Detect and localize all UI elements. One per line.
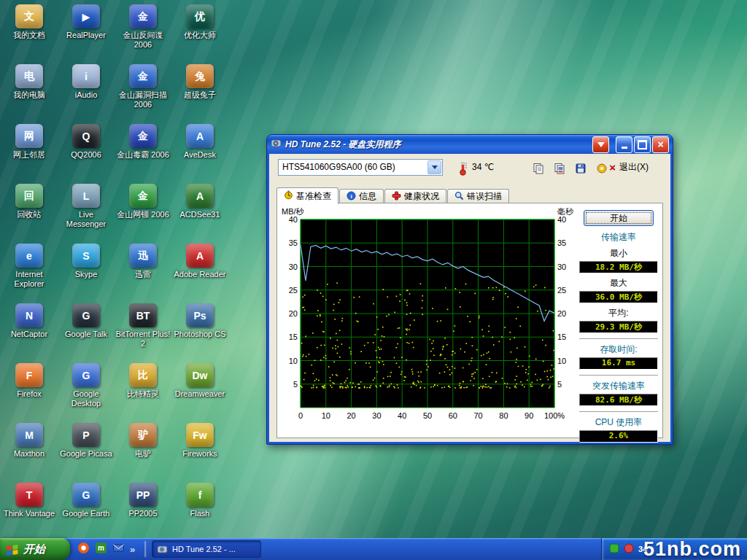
svg-text:35: 35: [289, 238, 298, 247]
desktop-icon-34[interactable]: DwDreamweaver: [172, 363, 228, 399]
desktop-icon-label: Think Vantage: [1, 509, 57, 518]
desktop-icon-12[interactable]: QQQ2006: [58, 124, 114, 160]
quick-launch: m »: [74, 538, 138, 560]
combo-dropdown-arrow-icon[interactable]: [427, 160, 441, 174]
desktop-icon-label: Skype: [58, 270, 114, 279]
drive-selector[interactable]: HTS541060G9SA00 (60 GB): [278, 159, 443, 176]
app-icon: 网: [15, 124, 43, 148]
desktop-icon-label: PP2005: [115, 509, 171, 518]
desktop-icon-1[interactable]: 文我的文档: [1, 4, 57, 40]
results-panel: 开始 传输速率 最小 18.2 MB/秒 最大 36.0 MB/秒 平均: 29…: [578, 206, 659, 443]
copy-image-button[interactable]: [550, 159, 568, 177]
desktop-icon-33[interactable]: PsPhotoshop CS: [172, 303, 228, 339]
svg-text:20: 20: [289, 309, 298, 318]
desktop-icon-32[interactable]: AAdobe Reader: [172, 244, 228, 279]
window-body: HTS541060G9SA00 (60 GB) 34 ℃: [269, 154, 670, 442]
app-icon: 金: [129, 4, 157, 28]
desktop-icon-35[interactable]: FwFireworks: [172, 423, 228, 459]
desktop-icon-31[interactable]: AACDSee31: [172, 184, 228, 219]
desktop-icon-label: Fireworks: [172, 449, 228, 459]
start-benchmark-button[interactable]: 开始: [584, 210, 654, 226]
min-label: 最小: [578, 247, 659, 260]
desktop-icon-17[interactable]: PGoogle Picasa: [58, 423, 114, 459]
desktop-icon-label: Adobe Reader: [172, 270, 228, 279]
svg-text:30: 30: [372, 411, 381, 420]
access-time-label: 存取时间:: [578, 343, 659, 356]
desktop-icon-28[interactable]: 优优化大师: [172, 4, 228, 40]
desktop-icon-9[interactable]: TThink Vantage: [1, 483, 57, 518]
tab-health[interactable]: 健康状况: [384, 189, 446, 203]
tab-info[interactable]: i信息: [339, 189, 384, 203]
app-icon: A: [186, 244, 214, 268]
app-icon: G: [72, 363, 100, 387]
save-button[interactable]: [571, 159, 589, 177]
desktop-icon-10[interactable]: ▶RealPlayer: [58, 4, 114, 40]
desktop-icon-24[interactable]: BTBitTorrent Plus! 2: [115, 303, 171, 348]
exit-button[interactable]: × 退出(X): [609, 161, 649, 174]
desktop-icon-23[interactable]: 迅迅雷: [115, 244, 171, 279]
thermometer-icon: [459, 160, 468, 178]
app-icon: L: [72, 184, 100, 208]
temperature-readout: 34 ℃: [472, 162, 494, 172]
desktop-icon-11[interactable]: iiAudio: [58, 64, 114, 100]
desktop-icon-14[interactable]: SSkype: [58, 244, 114, 279]
desktop-icon-21[interactable]: 金金山毒霸 2006: [115, 124, 171, 160]
quick-launch-icon-1[interactable]: [77, 542, 90, 556]
desktop-icon-26[interactable]: 驴电驴: [115, 423, 171, 459]
svg-text:0: 0: [298, 411, 303, 420]
taskbar: 开始 m » HD Tune 2.52 - ... 34: [0, 538, 747, 560]
tab-benchmark[interactable]: 基准检查: [276, 187, 338, 204]
quick-launch-icon-3[interactable]: [112, 542, 125, 556]
tray-icon-1[interactable]: [609, 543, 619, 556]
desktop-icon-18[interactable]: GGoogle Earth: [58, 483, 114, 518]
desktop-icon-29[interactable]: 兔超级兔子: [172, 64, 228, 100]
desktop-icon-20[interactable]: 金金山漏洞扫描 2006: [115, 64, 171, 109]
exit-label: 退出(X): [619, 161, 649, 174]
svg-text:35: 35: [557, 238, 566, 247]
desktop-icon-25[interactable]: 比比特精灵: [115, 363, 171, 399]
desktop-icon-13[interactable]: LLive Messenger: [58, 184, 114, 228]
tab-scan[interactable]: 错误扫描: [447, 189, 509, 203]
window-titlebar[interactable]: HD Tune 2.52 - 硬盘实用程序 ×: [267, 135, 673, 154]
tray-icon-2[interactable]: [624, 543, 634, 556]
update-arrow-button[interactable]: [592, 136, 609, 153]
svg-text:10: 10: [557, 357, 566, 365]
scan-icon: [454, 191, 464, 203]
minimize-button[interactable]: [616, 136, 632, 153]
desktop-icon-4[interactable]: 回回收站: [1, 184, 57, 219]
desktop-icon-label: Google Desktop: [58, 389, 114, 408]
desktop-icon-5[interactable]: eInternet Explorer: [1, 244, 57, 288]
app-icon: Ps: [186, 303, 214, 327]
start-button[interactable]: 开始: [0, 538, 70, 560]
desktop-icon-16[interactable]: GGoogle Desktop: [58, 363, 114, 408]
desktop-icon-label: Google Picasa: [58, 449, 114, 459]
desktop-icon-30[interactable]: AAveDesk: [172, 124, 228, 160]
desktop-icon-19[interactable]: 金金山反间谍 2006: [115, 4, 171, 49]
svg-text:40: 40: [289, 215, 298, 224]
desktop-icon-3[interactable]: 网网上邻居: [1, 124, 57, 160]
quick-launch-icon-2[interactable]: m: [95, 542, 107, 556]
desktop-icon-27[interactable]: PPPP2005: [115, 483, 171, 518]
desktop-icon-22[interactable]: 金金山网镖 2006: [115, 184, 171, 219]
quick-launch-expand-chevron[interactable]: »: [130, 544, 135, 555]
desktop-icon-8[interactable]: MMaxthon: [1, 423, 57, 459]
desktop-icon-15[interactable]: GGoogle Talk: [58, 303, 114, 339]
options-button[interactable]: [592, 159, 611, 177]
desktop-icon-label: Dreamweaver: [172, 389, 228, 399]
svg-text:25: 25: [289, 286, 298, 295]
close-button[interactable]: ×: [652, 136, 669, 153]
svg-text:60: 60: [449, 411, 457, 420]
desktop-icon-2[interactable]: 电我的电脑: [1, 64, 57, 100]
taskbar-task-hdtune[interactable]: HD Tune 2.52 - ...: [152, 540, 261, 558]
app-icon: 兔: [186, 64, 214, 88]
app-icon: 优: [186, 4, 214, 28]
copy-text-button[interactable]: [529, 159, 547, 177]
maximize-button[interactable]: [634, 136, 651, 153]
hdtune-window: HD Tune 2.52 - 硬盘实用程序 × HTS541060G9SA00 …: [266, 134, 673, 445]
desktop-icon-6[interactable]: NNetCaptor: [1, 303, 57, 339]
desktop-icon-7[interactable]: FFirefox: [1, 363, 57, 399]
desktop-icon-36[interactable]: fFlash: [172, 483, 228, 518]
app-icon: G: [72, 303, 100, 327]
benchmark-tab-page: 5510101515202025253030353540400102030405…: [276, 203, 663, 438]
desktop-icon-label: iAudio: [58, 90, 114, 100]
